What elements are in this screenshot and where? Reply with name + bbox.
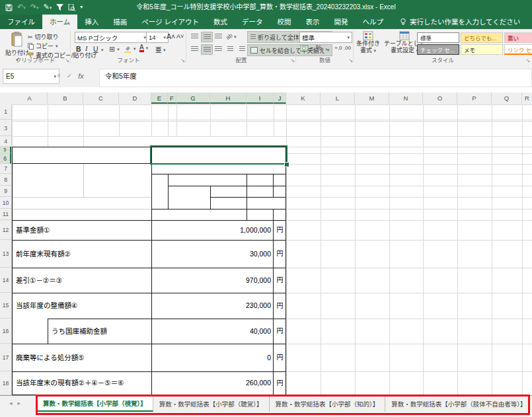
cell-selection-outline	[150, 145, 287, 165]
customize-qat-icon[interactable]: ▾	[80, 0, 83, 15]
copy-button[interactable]: コピー▾	[28, 42, 58, 50]
orientation-icon[interactable]: ab	[225, 32, 233, 41]
grid[interactable]: 基準金額①1,000,000円前年度末現有額②30,000円差引①－②＝③970…	[0, 87, 532, 395]
font-color-icon[interactable]: A▾	[139, 44, 148, 52]
sheet-tabs: 算数・数学総括表【小学部（視覚）】算数・数学総括表【小学部（聴覚）】算数・数学総…	[36, 396, 532, 412]
gridline	[12, 104, 532, 105]
undo-icon[interactable]: ↶▾	[17, 0, 26, 15]
cell-style-normal[interactable]: 標準	[417, 32, 459, 43]
gridline	[12, 121, 532, 122]
print-preview-icon[interactable]	[68, 4, 75, 11]
align-middle-icon[interactable]	[201, 32, 213, 42]
ribbon-tab-8[interactable]: 表示	[298, 15, 326, 29]
ribbon-tab-3[interactable]: 描画	[106, 15, 134, 29]
sheet-tab-1[interactable]: 算数・数学総括表【小学部（聴覚）】	[153, 396, 270, 412]
ribbon-tab-7[interactable]: 校閲	[270, 15, 298, 29]
ribbon-tab-6[interactable]: データ	[235, 15, 270, 29]
tell-me-box[interactable]: 実行したい作業を入力してください	[391, 15, 520, 29]
redo-icon[interactable]: ↷▾	[30, 0, 39, 15]
cell-style-neutral[interactable]: どちらでも...	[461, 32, 503, 43]
cell-style-linked[interactable]: リンク セル	[504, 44, 532, 55]
name-box[interactable]: E5▾	[3, 69, 59, 84]
ribbon-tab-5[interactable]: 数式	[206, 15, 235, 29]
alignment-dialog-launcher[interactable]: ↘	[290, 57, 295, 63]
align-right-icon[interactable]	[213, 44, 223, 54]
table-border	[168, 186, 286, 186]
ribbon-tab-home-active[interactable]: ホーム	[42, 15, 77, 29]
underline-dropdown-icon[interactable]: ▾	[101, 48, 104, 53]
cell-style-bad[interactable]: 悪い	[504, 32, 532, 43]
increase-font-icon[interactable]: A˄	[167, 32, 175, 40]
phonetic-dropdown-icon[interactable]: ▾	[163, 48, 166, 53]
bold-button[interactable]: B	[76, 45, 81, 53]
gridline	[321, 104, 321, 395]
fill-color-icon[interactable]: ▾	[124, 45, 136, 53]
faint-gridline	[12, 197, 151, 198]
font-group-label: フォント	[71, 56, 186, 63]
class-scale-heading	[151, 164, 286, 174]
align-left-icon[interactable]	[189, 44, 200, 54]
cell-style-note[interactable]: メモ	[461, 44, 503, 55]
ribbon-tab-10[interactable]: ヘルプ	[355, 15, 391, 29]
underline-button[interactable]: U	[93, 45, 98, 53]
sheet-tab-3[interactable]: 算数・数学総括表【小学部（肢体不自由者等）】	[385, 396, 532, 412]
merge-cells-icon	[250, 47, 258, 54]
row-label: 当該年度の整備額④	[16, 293, 77, 319]
conditional-formatting-button[interactable]: 条件付き書式 ▾	[356, 31, 380, 54]
copy-icon	[28, 43, 34, 50]
decrease-font-icon[interactable]: A˅	[176, 33, 184, 40]
row-value: 0	[151, 344, 271, 371]
gridline	[492, 104, 492, 395]
ribbon-tab-file[interactable]: ファイル	[0, 15, 42, 29]
comma-style-icon[interactable]: ,	[325, 42, 327, 52]
clipboard-dialog-launcher[interactable]: ↘	[65, 57, 69, 63]
current-amount-value	[12, 197, 151, 209]
cut-button[interactable]: ✂切り取り	[28, 32, 59, 41]
styles-dialog-launcher[interactable]: ↘	[525, 57, 530, 63]
number-group-label: 数値	[296, 56, 354, 63]
ribbon-tab-bar: ファイルホーム挿入描画ページ レイアウト数式データ校閲表示開発ヘルプ 実行したい…	[0, 15, 532, 29]
formula-bar: E5▾ × ✓ fx 令和5年度	[0, 65, 532, 88]
sheet-tab-active[interactable]: 算数・数学総括表【小学部（視覚）】	[36, 396, 153, 412]
enter-icon[interactable]: ✓	[67, 72, 72, 79]
gridline	[355, 104, 356, 395]
phonetic-guide-icon[interactable]: 亜	[155, 45, 162, 54]
save-icon[interactable]	[5, 4, 13, 11]
selection-fill-handle[interactable]	[284, 162, 289, 167]
currency-format-icon[interactable]: ▾	[300, 45, 313, 52]
insert-function-icon[interactable]: fx	[78, 72, 84, 80]
number-format-select[interactable]: 標準▾	[299, 32, 352, 43]
sheet-tab-2[interactable]: 算数・数学総括表【小学部（知的）】	[270, 396, 386, 412]
cell-style-check[interactable]: チェック セ...	[417, 44, 459, 55]
table-border	[168, 174, 169, 209]
font-dialog-launcher[interactable]: ↘	[180, 57, 185, 63]
filter-icon[interactable]	[56, 4, 63, 11]
increase-indent-icon[interactable]	[237, 44, 247, 54]
align-center-icon[interactable]	[201, 44, 213, 55]
number-dialog-launcher[interactable]: ↘	[348, 57, 353, 63]
align-top-icon[interactable]	[189, 32, 200, 41]
align-bottom-icon[interactable]	[213, 32, 223, 41]
dropdown-arrow-icon: ▾	[347, 35, 350, 40]
font-size-select[interactable]: 14▾	[146, 32, 169, 43]
ribbon-tab-9[interactable]: 開発	[326, 15, 355, 29]
touch-mode-icon[interactable]: ✎▾	[43, 0, 52, 15]
current-amount-caption	[12, 164, 151, 197]
increase-decimal-icon[interactable]: +.0	[334, 45, 342, 51]
ribbon-tab-2[interactable]: 挿入	[77, 15, 106, 29]
formula-input[interactable]: 令和5年度	[99, 69, 532, 87]
table-border	[48, 319, 286, 319]
row-label: 前年度末現有額②	[16, 240, 71, 268]
decrease-indent-icon[interactable]	[225, 44, 235, 54]
sheet-nav-arrows[interactable]: ◂▸	[9, 400, 26, 406]
row-label: うち国庫補助金額	[52, 319, 107, 344]
font-family-select[interactable]: MS Pゴシック▾	[75, 32, 149, 43]
row-unit: 円	[274, 268, 286, 293]
ribbon-tab-4[interactable]: ページ レイアウト	[134, 15, 206, 29]
decrease-decimal-icon[interactable]: .00	[344, 45, 351, 51]
borders-icon[interactable]: ⊞▾	[109, 45, 120, 54]
orientation-dropdown-icon[interactable]: ▾	[234, 34, 237, 40]
italic-button[interactable]: I	[85, 45, 88, 52]
cancel-icon[interactable]: ×	[57, 72, 61, 79]
percent-style-icon[interactable]: %	[316, 44, 322, 52]
